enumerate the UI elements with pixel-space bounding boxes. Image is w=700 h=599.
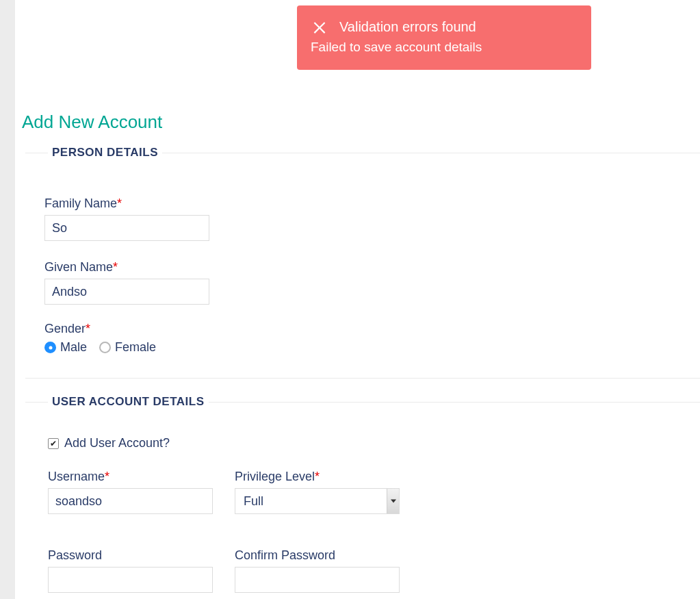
gender-group: Gender* Male Female <box>44 322 156 355</box>
family-name-group: Family Name* <box>44 196 209 241</box>
confirm-password-group: Confirm Password <box>235 548 400 593</box>
privilege-level-group: Privilege Level* Full <box>235 470 400 514</box>
privilege-level-label: Privilege Level* <box>235 470 400 484</box>
password-input[interactable] <box>48 567 213 593</box>
validation-toast: Validation errors found Failed to save a… <box>297 5 591 70</box>
gender-male-radio[interactable]: Male <box>44 340 87 355</box>
chevron-down-icon <box>387 489 399 513</box>
radio-icon <box>44 342 56 353</box>
given-name-label: Given Name* <box>44 260 209 275</box>
gender-label: Gender* <box>44 322 156 336</box>
toast-message: Failed to save account details <box>311 40 578 55</box>
required-marker: * <box>315 470 320 483</box>
close-icon[interactable] <box>311 18 328 36</box>
person-details-legend: PERSON DETAILS <box>48 146 162 160</box>
person-details-section: PERSON DETAILS Family Name* Given Name* … <box>25 146 700 379</box>
add-user-account-label: Add User Account? <box>64 436 170 450</box>
required-marker: * <box>86 322 90 335</box>
username-group: Username* <box>48 470 213 514</box>
confirm-password-label: Confirm Password <box>235 548 400 563</box>
add-user-account-group: ✔ Add User Account? <box>48 436 170 450</box>
gender-female-radio[interactable]: Female <box>99 340 156 355</box>
gender-male-label: Male <box>60 340 87 355</box>
page-title: Add New Account <box>22 112 162 133</box>
toast-title: Validation errors found <box>339 19 476 35</box>
privilege-level-value: Full <box>235 488 400 514</box>
family-name-label: Family Name* <box>44 196 209 211</box>
privilege-level-select[interactable]: Full <box>235 488 400 514</box>
user-account-details-legend: USER ACCOUNT DETAILS <box>48 395 209 409</box>
confirm-password-input[interactable] <box>235 567 400 593</box>
required-marker: * <box>105 470 109 483</box>
radio-icon <box>99 342 111 353</box>
add-user-account-checkbox[interactable]: ✔ Add User Account? <box>48 436 170 450</box>
username-input[interactable] <box>48 488 213 514</box>
family-name-input[interactable] <box>44 215 209 241</box>
password-label: Password <box>48 548 213 563</box>
content-area: Validation errors found Failed to save a… <box>22 0 700 599</box>
given-name-input[interactable] <box>44 279 209 305</box>
gender-female-label: Female <box>115 340 156 355</box>
username-label: Username* <box>48 470 213 484</box>
required-marker: * <box>117 196 122 210</box>
password-group: Password <box>48 548 213 593</box>
user-account-details-section: USER ACCOUNT DETAILS ✔ Add User Account?… <box>25 395 700 409</box>
checkbox-icon: ✔ <box>48 438 59 449</box>
left-strip <box>0 0 15 599</box>
required-marker: * <box>113 260 118 274</box>
given-name-group: Given Name* <box>44 260 209 305</box>
